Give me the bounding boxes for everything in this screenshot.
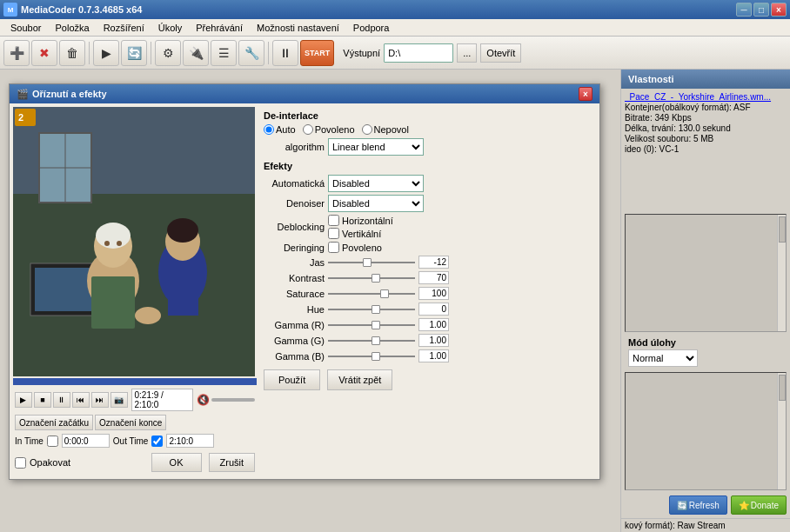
lower-scroll-bar[interactable] [777,373,786,489]
volume-slider[interactable] [211,398,255,402]
menu-moznosti[interactable]: Možnosti nastavení [250,21,346,35]
settings-button[interactable]: ⚙ [155,40,181,66]
gamma-g-slider[interactable] [328,335,415,347]
remove-button[interactable]: ✖ [31,40,57,66]
menu-soubor[interactable]: Soubor [3,21,48,35]
denoiser-label: Denoiser [264,198,325,209]
start-button[interactable]: START [300,40,334,66]
saturace-slider[interactable] [328,288,415,300]
saturace-label: Saturace [264,289,325,299]
in-time-input[interactable] [62,434,110,448]
out-time-input[interactable] [166,434,214,448]
properties-area: _Pace_CZ_-_Yorkshire_Airlines.wm... Kont… [621,89,790,212]
radio-povoleno[interactable]: Povoleno [303,124,355,135]
ok-button[interactable]: OK [151,453,202,472]
radio-auto-input[interactable] [264,124,274,135]
play-button[interactable]: ▶ [93,40,119,66]
svg-point-16 [167,218,198,243]
radio-povoleno-input[interactable] [303,124,313,135]
vc-next-button[interactable]: ⏭ [91,392,109,408]
automaticka-select[interactable]: Disabled [328,175,424,192]
vc-capture-button[interactable]: 📷 [110,392,128,408]
menu-prehravani[interactable]: Přehrávání [189,21,250,35]
output-input[interactable] [384,43,453,63]
deblocking-row: Deblocking Horizontální Vertikální [264,215,589,239]
menu-rozsireni[interactable]: Rozšíření [97,21,151,35]
vc-stop-button[interactable]: ■ [34,392,51,408]
video-frame-svg: 2 [13,107,255,376]
reset-button[interactable]: Vrátit zpět [327,369,392,390]
kontrast-value[interactable] [418,271,449,284]
radio-nepovol[interactable]: Nepovol [362,124,409,135]
content-scroll-area [625,214,787,332]
deringing-option[interactable]: Povoleno [328,242,382,253]
open-button[interactable]: Otevřít [480,43,521,63]
vc-play-button[interactable]: ▶ [15,392,32,408]
radio-nepovol-input[interactable] [362,124,372,135]
denoiser-select[interactable]: Disabled [328,195,424,212]
plugin-button[interactable]: 🔌 [183,40,209,66]
dialog-close-button[interactable]: × [579,87,592,101]
deblocking-horizontal-option[interactable]: Horizontální [328,215,393,226]
automaticka-row: Automatická Disabled [264,175,589,192]
mark-start-button[interactable]: Označení začátku [15,415,93,430]
prop-duration: Délka, trvání: 130.0 sekund [625,123,787,133]
vc-pause-button[interactable]: ⏸ [53,392,70,408]
donate-button[interactable]: ⭐ Donate [731,495,787,515]
maximize-button[interactable]: □ [753,3,769,17]
deblocking-vertical-cb[interactable] [328,228,339,239]
radio-auto[interactable]: Auto [264,124,296,135]
jas-slider[interactable] [328,256,415,269]
menu-polozka[interactable]: Položka [48,21,96,35]
menu-podpora[interactable]: Podpora [346,21,397,35]
svg-rect-17 [168,272,198,316]
hue-value[interactable] [418,303,449,316]
mark-end-button[interactable]: Označení konce [95,415,166,430]
scroll-thumb[interactable] [779,216,786,243]
kontrast-slider[interactable] [328,272,415,284]
gamma-g-value[interactable] [418,334,449,347]
loop-button[interactable]: 🔄 [121,40,147,66]
list-button[interactable]: ☰ [211,40,237,66]
scroll-bar-right[interactable] [777,215,786,331]
volume-icon[interactable]: 🔇 [197,394,210,406]
kontrast-label: Kontrast [264,273,325,283]
lower-scroll-thumb[interactable] [779,375,786,401]
svg-point-12 [117,241,122,246]
saturace-value[interactable] [418,287,449,300]
pause-button[interactable]: ⏸ [272,40,298,66]
jas-value[interactable] [418,256,449,269]
cancel-button[interactable]: Zrušit [209,453,256,472]
in-time-checkbox[interactable] [47,436,58,447]
algorithm-select[interactable]: Linear blend [328,138,424,156]
clear-button[interactable]: 🗑 [59,40,85,66]
task-mode-select[interactable]: Normal Fast Best [628,349,698,367]
filename-link[interactable]: _Pace_CZ_-_Yorkshire_Airlines.wm... [625,92,781,102]
vc-prev-button[interactable]: ⏮ [72,392,90,408]
gamma-r-slider[interactable] [328,319,415,331]
add-button[interactable]: ➕ [3,40,30,66]
out-time-checkbox[interactable] [151,436,163,447]
window-close-button[interactable]: × [771,3,787,17]
mark-area: Označení začátku Označení konce [13,413,257,432]
video-progress-bar[interactable] [13,378,257,385]
deblocking-horizontal-cb[interactable] [328,215,339,226]
deringing-cb[interactable] [328,242,339,253]
repeat-area: Opakovat [15,457,70,469]
gamma-b-value[interactable] [418,349,449,362]
apply-button[interactable]: Použít [264,369,320,390]
refresh-button[interactable]: 🔄 Refresh [669,495,727,515]
browse-button[interactable]: ... [457,43,477,63]
window-controls: ─ □ × [736,3,787,17]
gamma-b-slider[interactable] [328,350,415,362]
minimize-button[interactable]: ─ [736,3,752,17]
jas-row: Jas [264,256,589,269]
automaticka-label: Automatická [264,178,325,189]
gamma-r-value[interactable] [418,318,449,331]
menu-ukoly[interactable]: Úkoly [151,21,190,35]
hue-label: Hue [264,304,325,315]
deblocking-vertical-option[interactable]: Vertikální [328,228,393,239]
hue-slider[interactable] [328,303,415,316]
repeat-checkbox[interactable] [15,457,26,469]
config-button[interactable]: 🔧 [238,40,264,66]
